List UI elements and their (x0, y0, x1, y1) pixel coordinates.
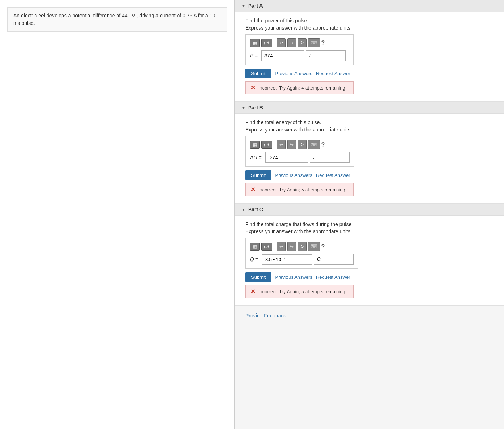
provide-feedback-section: Provide Feedback (235, 306, 504, 326)
part-b-instruction: Find the total energy of this pulse. (245, 120, 493, 125)
part-a-chevron[interactable]: ▼ (242, 4, 245, 8)
part-a-value-input[interactable] (261, 50, 304, 61)
part-a-error-icon: ✕ (251, 84, 255, 91)
part-a-unit-instruction: Express your answer with the appropriate… (245, 25, 493, 31)
part-a-refresh-btn[interactable]: ↻ (298, 38, 307, 47)
part-a-instruction: Find the power of this pulse. (245, 18, 493, 23)
part-b-submit-btn[interactable]: Submit (245, 170, 271, 180)
part-c-input-row: Q = (250, 254, 354, 265)
problem-text: An electric eel develops a potential dif… (13, 13, 216, 26)
part-c-help-btn[interactable]: ? (321, 243, 325, 250)
part-c-section: ▼ Part C Find the total charge that flow… (235, 204, 504, 306)
part-b-header: ▼ Part B (235, 102, 504, 114)
part-b-eq-label: ΔU = (250, 155, 262, 160)
part-c-instruction: Find the total charge that flows during … (245, 221, 493, 227)
part-a-eq-label: P = (250, 53, 258, 58)
part-c-keyboard-btn[interactable]: ⌨ (308, 242, 320, 251)
part-c-request-answer-link[interactable]: Request Answer (316, 274, 350, 280)
part-a-error-box: ✕ Incorrect; Try Again; 4 attempts remai… (245, 81, 354, 94)
part-b-grid-btn[interactable]: ▦ (250, 141, 260, 149)
part-c-unit-input[interactable] (314, 254, 354, 265)
part-b-keyboard-btn[interactable]: ⌨ (308, 140, 320, 149)
part-b-mu-btn[interactable]: μA (261, 141, 272, 149)
part-c-chevron[interactable]: ▼ (242, 208, 245, 212)
part-a-input-row: P = (250, 50, 349, 61)
part-c-error-text: Incorrect; Try Again; 5 attempts remaini… (258, 289, 345, 294)
part-c-value-input[interactable] (262, 254, 312, 265)
part-b-unit-input[interactable] (310, 152, 350, 163)
part-a-redo-btn[interactable]: ↪ (287, 38, 296, 47)
part-c-grid-btn[interactable]: ▦ (250, 243, 260, 251)
part-a-header: ▼ Part A (235, 0, 504, 12)
left-panel: An electric eel develops a potential dif… (0, 0, 235, 429)
part-b-answer-box: ▦ μA ↩ ↪ ↻ ⌨ ? ΔU = (245, 136, 354, 167)
part-b-actions: Submit Previous Answers Request Answer (245, 170, 493, 180)
part-b-body: Find the total energy of this pulse. Exp… (235, 114, 504, 203)
part-c-undo-btn[interactable]: ↩ (277, 242, 286, 251)
part-a-submit-btn[interactable]: Submit (245, 69, 271, 78)
part-a-actions: Submit Previous Answers Request Answer (245, 69, 493, 78)
part-c-unit-instruction: Express your answer with the appropriate… (245, 229, 493, 234)
provide-feedback-link[interactable]: Provide Feedback (245, 313, 286, 318)
part-c-answer-box: ▦ μA ↩ ↪ ↻ ⌨ ? Q = (245, 238, 358, 269)
part-a-error-text: Incorrect; Try Again; 4 attempts remaini… (258, 85, 345, 91)
part-c-header: ▼ Part C (235, 204, 504, 216)
part-b-request-answer-link[interactable]: Request Answer (316, 173, 350, 178)
problem-statement: An electric eel develops a potential dif… (7, 7, 227, 32)
part-a-label: Part A (248, 3, 263, 9)
part-a-section: ▼ Part A Find the power of this pulse. E… (235, 0, 504, 102)
part-c-redo-btn[interactable]: ↪ (287, 242, 296, 251)
part-a-keyboard-btn[interactable]: ⌨ (308, 38, 320, 47)
part-a-grid-btn[interactable]: ▦ (250, 39, 260, 47)
part-b-label: Part B (248, 105, 263, 110)
part-b-error-icon: ✕ (251, 186, 255, 193)
part-b-toolbar: ▦ μA ↩ ↪ ↻ ⌨ ? (250, 140, 350, 149)
part-b-input-row: ΔU = (250, 152, 350, 163)
part-c-label: Part C (248, 207, 263, 212)
part-b-error-box: ✕ Incorrect; Try Again; 5 attempts remai… (245, 183, 354, 196)
part-b-value-input[interactable] (265, 152, 308, 163)
part-b-undo-btn[interactable]: ↩ (277, 140, 286, 149)
part-b-refresh-btn[interactable]: ↻ (298, 140, 307, 149)
part-a-mu-btn[interactable]: μA (261, 39, 272, 47)
part-b-help-btn[interactable]: ? (321, 142, 325, 148)
right-panel: ▼ Part A Find the power of this pulse. E… (235, 0, 504, 429)
part-c-prev-answers-link[interactable]: Previous Answers (275, 274, 312, 280)
part-a-undo-btn[interactable]: ↩ (277, 38, 286, 47)
part-a-unit-input[interactable] (306, 50, 346, 61)
part-c-actions: Submit Previous Answers Request Answer (245, 272, 493, 282)
part-b-prev-answers-link[interactable]: Previous Answers (275, 173, 312, 178)
part-a-prev-answers-link[interactable]: Previous Answers (275, 71, 312, 76)
part-b-error-text: Incorrect; Try Again; 5 attempts remaini… (258, 187, 345, 192)
part-c-mu-btn[interactable]: μA (261, 243, 272, 251)
part-b-redo-btn[interactable]: ↪ (287, 140, 296, 149)
part-b-unit-instruction: Express your answer with the appropriate… (245, 127, 493, 133)
part-c-submit-btn[interactable]: Submit (245, 272, 271, 282)
part-a-toolbar: ▦ μA ↩ ↪ ↻ ⌨ ? (250, 38, 349, 47)
part-a-answer-box: ▦ μA ↩ ↪ ↻ ⌨ ? P = (245, 34, 354, 65)
part-b-chevron[interactable]: ▼ (242, 106, 245, 110)
part-a-help-btn[interactable]: ? (321, 40, 325, 46)
part-b-section: ▼ Part B Find the total energy of this p… (235, 102, 504, 204)
part-a-request-answer-link[interactable]: Request Answer (316, 71, 350, 76)
part-c-body: Find the total charge that flows during … (235, 216, 504, 305)
part-c-refresh-btn[interactable]: ↻ (298, 242, 307, 251)
part-c-eq-label: Q = (250, 256, 258, 262)
part-c-error-box: ✕ Incorrect; Try Again; 5 attempts remai… (245, 285, 354, 298)
part-c-toolbar: ▦ μA ↩ ↪ ↻ ⌨ ? (250, 242, 354, 251)
part-c-error-icon: ✕ (251, 288, 255, 295)
part-a-body: Find the power of this pulse. Express yo… (235, 12, 504, 101)
